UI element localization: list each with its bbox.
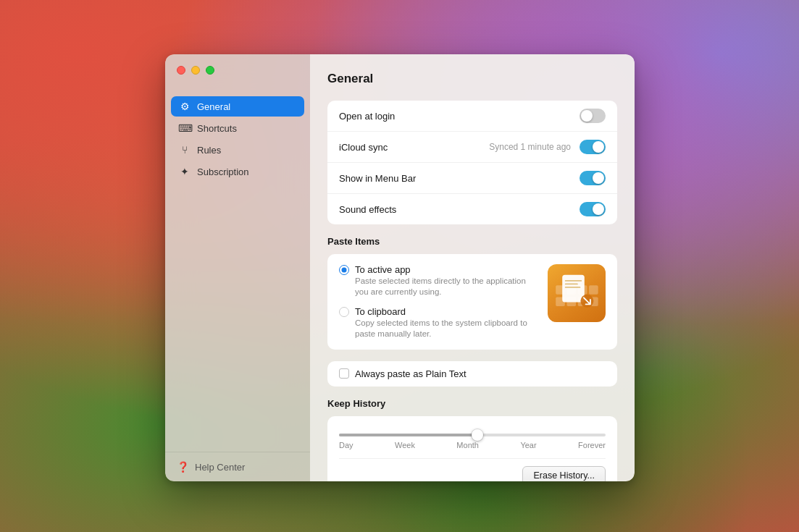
slider-fill: [339, 434, 477, 436]
sidebar-item-label-subscription: Subscription: [197, 166, 249, 177]
plain-text-checkbox[interactable]: [339, 368, 349, 379]
history-slider-container: Day Week Month Year Forever: [339, 434, 606, 449]
erase-history-button[interactable]: Erase History...: [522, 466, 606, 481]
toggle-knob: [581, 110, 593, 122]
subscription-icon: ✦: [178, 166, 191, 177]
zoom-button[interactable]: [206, 66, 214, 75]
keep-history-section: Day Week Month Year Forever Erase Histor…: [327, 416, 617, 481]
keep-history-header: Keep History: [327, 398, 617, 409]
svg-rect-11: [565, 287, 581, 288]
general-icon: ⚙: [178, 101, 191, 112]
shortcuts-icon: ⌨: [178, 122, 191, 134]
toggle-show-in-menu-bar[interactable]: [580, 171, 606, 185]
main-content: General Open at login iCloud sync Synced…: [310, 54, 635, 481]
sidebar-item-label-general: General: [197, 101, 230, 112]
radio-option-clipboard: To clipboard Copy selected items to the …: [339, 306, 537, 339]
sidebar-item-label-rules: Rules: [197, 145, 221, 156]
sidebar: ⚙ General ⌨ Shortcuts ⑂ Rules ✦ Subscrip…: [165, 54, 310, 481]
slider-label-week: Week: [395, 441, 415, 449]
radio-desc-active-app: Paste selected items directly to the app…: [355, 276, 537, 297]
sidebar-item-shortcuts[interactable]: ⌨ Shortcuts: [171, 118, 304, 138]
toggle-knob-menu-bar: [593, 172, 604, 184]
help-icon: ❓: [177, 461, 189, 473]
sidebar-nav: ⚙ General ⌨ Shortcuts ⑂ Rules ✦ Subscrip…: [165, 90, 310, 452]
radio-label-active-app: To active app: [355, 264, 537, 275]
minimize-button[interactable]: [191, 66, 200, 75]
plain-text-label: Always paste as Plain Text: [355, 368, 467, 379]
toggle-sound-effects[interactable]: [580, 202, 606, 216]
sidebar-item-subscription[interactable]: ✦ Subscription: [171, 161, 304, 182]
radio-desc-clipboard: Copy selected items to the system clipbo…: [355, 318, 537, 339]
preferences-window: ⚙ General ⌨ Shortcuts ⑂ Rules ✦ Subscrip…: [165, 54, 635, 481]
slider-label-month: Month: [456, 441, 479, 449]
sidebar-footer: ❓ Help Center: [165, 452, 310, 481]
paste-items-header: Paste Items: [327, 236, 617, 247]
slider-label-day: Day: [339, 441, 354, 449]
setting-meta-icloud: Synced 1 minute ago: [489, 142, 571, 152]
close-button[interactable]: [177, 66, 185, 75]
radio-to-clipboard[interactable]: [339, 307, 349, 317]
setting-label-icloud-sync: iCloud sync: [339, 142, 388, 153]
slider-labels: Day Week Month Year Forever: [339, 441, 606, 449]
setting-label-show-in-menu-bar: Show in Menu Bar: [339, 173, 416, 184]
toggle-knob-sound: [593, 203, 604, 215]
radio-to-active-app[interactable]: [339, 265, 349, 275]
rules-icon: ⑂: [178, 144, 191, 156]
settings-section: Open at login iCloud sync Synced 1 minut…: [327, 101, 617, 224]
setting-row-icloud-sync: iCloud sync Synced 1 minute ago: [327, 132, 617, 163]
svg-rect-8: [562, 275, 585, 303]
paste-illustration: [551, 267, 603, 319]
paste-icon-box: [548, 264, 606, 322]
plain-text-checkbox-row: Always paste as Plain Text: [327, 361, 617, 387]
paste-options: To active app Paste selected items direc…: [339, 264, 537, 339]
sidebar-item-general[interactable]: ⚙ General: [171, 96, 304, 117]
setting-row-open-at-login: Open at login: [327, 101, 617, 132]
toggle-open-at-login[interactable]: [580, 109, 606, 123]
slider-label-year: Year: [520, 441, 536, 449]
help-center-item[interactable]: ❓ Help Center: [177, 461, 298, 473]
paste-items-section: To active app Paste selected items direc…: [327, 254, 617, 350]
setting-label-open-at-login: Open at login: [339, 111, 395, 122]
radio-label-clipboard: To clipboard: [355, 306, 537, 317]
setting-row-sound-effects: Sound effects: [327, 194, 617, 224]
radio-text-active-app: To active app Paste selected items direc…: [355, 264, 537, 297]
toggle-knob-icloud: [593, 141, 604, 153]
toggle-icloud-sync[interactable]: [580, 140, 606, 154]
radio-text-clipboard: To clipboard Copy selected items to the …: [355, 306, 537, 339]
slider-track: [339, 434, 606, 436]
radio-option-active-app: To active app Paste selected items direc…: [339, 264, 537, 297]
sidebar-item-label-shortcuts: Shortcuts: [197, 123, 237, 134]
help-center-label: Help Center: [195, 462, 245, 473]
setting-row-show-in-menu-bar: Show in Menu Bar: [327, 163, 617, 194]
slider-thumb[interactable]: [472, 429, 483, 441]
svg-rect-3: [589, 285, 598, 295]
sidebar-item-rules[interactable]: ⑂ Rules: [171, 140, 304, 160]
page-title: General: [327, 72, 617, 86]
slider-label-forever: Forever: [578, 441, 606, 449]
setting-label-sound-effects: Sound effects: [339, 204, 396, 215]
traffic-lights: [177, 66, 214, 75]
svg-rect-10: [565, 284, 578, 285]
history-footer: Erase History...: [339, 458, 606, 481]
setting-right-icloud: Synced 1 minute ago: [489, 140, 606, 154]
svg-rect-9: [565, 280, 582, 282]
